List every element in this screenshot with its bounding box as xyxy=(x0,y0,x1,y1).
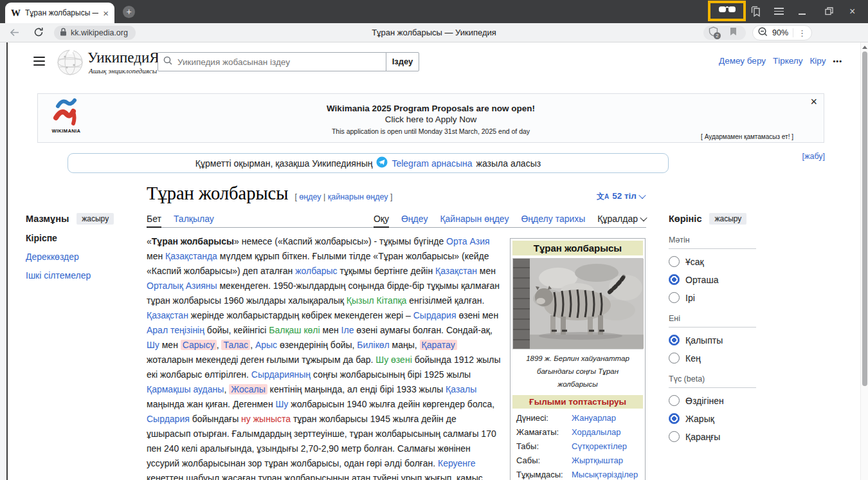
back-icon[interactable] xyxy=(9,28,20,37)
article-link[interactable]: Қызыл Кітапқа xyxy=(347,295,407,306)
wikipedia-globe-logo[interactable] xyxy=(57,48,84,76)
article-link[interactable]: Сарысу xyxy=(181,340,217,350)
toc-item[interactable]: Дереккөздер xyxy=(26,252,129,262)
article-link[interactable]: Қазақстанда xyxy=(165,251,217,261)
taxo-value-link[interactable]: Жануарлар xyxy=(572,411,616,425)
banner-apply-link[interactable]: Click here to Apply Now xyxy=(38,115,824,124)
telegram-channel-link[interactable]: Telegram арнасына xyxy=(392,158,472,169)
edit-link[interactable]: өңдеу xyxy=(299,192,321,201)
article-link[interactable]: Керуенге xyxy=(438,458,476,468)
scrollbar-thumb[interactable] xyxy=(862,51,867,386)
radio-button[interactable] xyxy=(669,431,680,442)
banner-close-icon[interactable]: × xyxy=(810,95,817,109)
taxo-value-link[interactable]: Сүтқоректілер xyxy=(572,439,627,454)
appearance-option[interactable]: Ірі xyxy=(669,292,756,303)
appearance-option[interactable]: Жарық xyxy=(669,413,756,424)
appearance-option[interactable]: Өздігінен xyxy=(669,395,756,406)
language-selector[interactable]: 文A 52 тіл xyxy=(597,191,645,201)
zoom-out-icon[interactable] xyxy=(758,27,768,39)
radio-button[interactable] xyxy=(669,353,680,364)
article-link[interactable]: Балқаш көлі xyxy=(269,325,320,335)
header-link[interactable]: Тіркелу xyxy=(773,56,803,66)
header-link[interactable]: Демеу беру xyxy=(719,56,766,66)
address-bar[interactable]: kk.wikipedia.org xyxy=(54,26,136,40)
shield-icon[interactable]: 2 xyxy=(709,26,718,39)
article-link[interactable]: Шу xyxy=(276,399,289,409)
article-link[interactable]: Қазалы xyxy=(446,384,476,394)
appearance-option[interactable]: Қараңғы xyxy=(669,431,756,442)
zoom-menu-icon[interactable]: ⋮ xyxy=(798,29,806,37)
appearance-hide-button[interactable]: жасыру xyxy=(709,213,746,225)
article-link[interactable]: Сырдария xyxy=(147,414,190,424)
more-options-icon[interactable]: ••• xyxy=(833,57,842,65)
article-link[interactable]: Іле xyxy=(341,325,354,335)
browser-tab[interactable]: W Тұран жолбарысы — У × xyxy=(5,3,114,23)
taxo-value-link[interactable]: Хордалылар xyxy=(572,425,620,439)
radio-button[interactable] xyxy=(669,274,680,285)
tiger-photo[interactable] xyxy=(512,258,643,349)
toc-item[interactable]: Кіріспе xyxy=(26,233,129,243)
close-window-button[interactable]: × xyxy=(849,6,855,17)
article-tab[interactable]: Бет xyxy=(147,210,161,227)
banner-translate-note[interactable]: [ Аудармамен қамтамасыз ет! ] xyxy=(701,133,793,140)
article-link[interactable]: Орталық Азияны xyxy=(147,281,217,291)
article-link[interactable]: Қаратау xyxy=(420,340,457,350)
taxo-value-link[interactable]: Мысықтәрізділер xyxy=(572,468,638,480)
article-tab[interactable]: Өңдеу xyxy=(401,210,428,227)
article-link[interactable]: Арал теңізінің xyxy=(147,325,204,335)
taxo-value-link[interactable]: Жыртқыштар xyxy=(572,454,623,468)
appearance-option[interactable]: Ұсақ xyxy=(669,256,756,267)
radio-button[interactable] xyxy=(669,256,680,267)
article-link[interactable]: Қармақшы ауданы xyxy=(147,384,224,394)
language-count: 52 тіл xyxy=(612,191,637,201)
search-button[interactable]: Іздеу xyxy=(386,52,419,71)
reload-icon[interactable] xyxy=(33,27,44,37)
article-link[interactable]: Сырдария xyxy=(413,310,457,320)
restore-window-button[interactable] xyxy=(825,7,833,15)
article-tab[interactable]: Өңделу тарихы xyxy=(521,210,585,227)
article-link[interactable]: Билікөл xyxy=(357,340,389,350)
search-input[interactable] xyxy=(176,57,381,68)
minimize-button[interactable] xyxy=(799,14,806,15)
article-link[interactable]: Қазақстан xyxy=(435,266,477,276)
appearance-option[interactable]: Қалыпты xyxy=(669,335,756,346)
article-link[interactable]: Жосалы xyxy=(229,384,267,394)
article-link[interactable]: Орта Азия xyxy=(446,236,489,246)
toc-item[interactable]: Ішкі сілтемелер xyxy=(26,270,129,281)
bookmark-icon[interactable] xyxy=(730,27,737,39)
glasses-icon[interactable] xyxy=(718,5,736,17)
wiki-main-menu-icon[interactable] xyxy=(33,57,45,66)
toc-hide-button[interactable]: жасыру xyxy=(77,213,114,225)
article-link[interactable]: Шу xyxy=(147,340,159,350)
radio-button[interactable] xyxy=(669,413,680,424)
language-icon: 文A xyxy=(597,192,609,200)
radio-button[interactable] xyxy=(669,395,680,406)
article-link[interactable]: ну жыныста xyxy=(241,414,291,424)
wikipedia-wordmark[interactable]: УикипедиЯ xyxy=(87,50,159,66)
new-tab-button[interactable]: + xyxy=(123,6,135,18)
vertical-scrollbar[interactable] xyxy=(860,42,868,480)
appearance-option[interactable]: Орташа xyxy=(669,274,756,285)
article-link[interactable]: Талас xyxy=(221,340,250,350)
article-tab[interactable]: Оқу xyxy=(374,210,389,227)
scrollbar-up-arrow[interactable] xyxy=(862,46,867,49)
article-link[interactable]: Шу өзені xyxy=(375,355,411,365)
radio-button[interactable] xyxy=(669,335,680,346)
collections-icon[interactable] xyxy=(750,6,762,17)
browser-menu-icon[interactable] xyxy=(774,8,784,15)
banner-dismiss-link[interactable]: [жабу] xyxy=(802,152,825,161)
tab-close-icon[interactable]: × xyxy=(103,8,109,18)
edit-source-link[interactable]: қайнарын өңдеу xyxy=(328,192,388,201)
article-link[interactable]: Арыс xyxy=(255,340,277,350)
article-link[interactable]: Сырдарияның xyxy=(251,369,311,380)
article-tab[interactable]: Қайнарын өңдеу xyxy=(440,210,509,227)
article-tab[interactable]: Талқылау xyxy=(174,210,214,227)
article-link[interactable]: Қазақстан xyxy=(147,310,188,320)
article-tab[interactable]: Құралдар xyxy=(597,210,646,227)
radio-button[interactable] xyxy=(669,292,680,303)
appearance-title: Көрініс xyxy=(669,214,701,224)
appearance-option[interactable]: Кең xyxy=(669,353,756,364)
search-box[interactable] xyxy=(158,52,386,71)
article-link[interactable]: жолбарыс xyxy=(295,266,337,276)
header-link[interactable]: Кіру xyxy=(809,56,826,66)
